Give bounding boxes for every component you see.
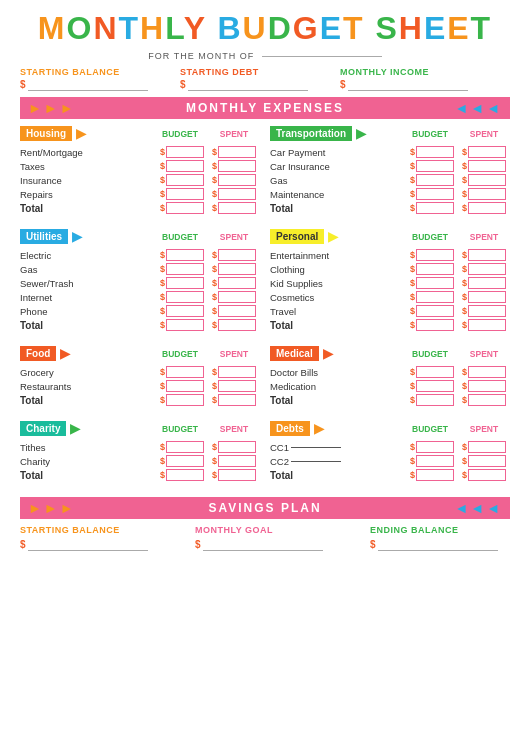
- budget-input[interactable]: [166, 174, 204, 186]
- spent-input[interactable]: [218, 455, 256, 467]
- budget-input[interactable]: [416, 146, 454, 158]
- savings-goal-field[interactable]: [203, 537, 323, 551]
- spent-input[interactable]: [468, 174, 506, 186]
- spent-input[interactable]: [218, 263, 256, 275]
- table-row: Gas$$: [20, 263, 260, 275]
- budget-input[interactable]: [416, 160, 454, 172]
- income-dollar: $: [340, 79, 346, 90]
- starting-debt-field[interactable]: [188, 77, 308, 91]
- spent-input[interactable]: [468, 469, 506, 481]
- spent-input[interactable]: [218, 146, 256, 158]
- table-row: Entertainment$$: [270, 249, 510, 261]
- spent-input[interactable]: [468, 394, 506, 406]
- spent-input[interactable]: [468, 319, 506, 331]
- spent-input[interactable]: [218, 277, 256, 289]
- budget-input[interactable]: [166, 455, 204, 467]
- spent-input[interactable]: [468, 202, 506, 214]
- budget-input[interactable]: [166, 366, 204, 378]
- starting-balance-field[interactable]: [28, 77, 148, 91]
- budget-input[interactable]: [416, 202, 454, 214]
- row-label-sewer/trash: Sewer/Trash: [20, 278, 156, 289]
- table-row: Total$$: [20, 469, 260, 481]
- savings-starting-field[interactable]: [28, 537, 148, 551]
- budget-input[interactable]: [166, 188, 204, 200]
- budget-input[interactable]: [416, 380, 454, 392]
- budget-input[interactable]: [416, 277, 454, 289]
- budget-input[interactable]: [416, 188, 454, 200]
- budget-input[interactable]: [416, 319, 454, 331]
- row-label-repairs: Repairs: [20, 189, 156, 200]
- spent-input[interactable]: [468, 291, 506, 303]
- budget-input[interactable]: [416, 469, 454, 481]
- budget-input[interactable]: [166, 249, 204, 261]
- spent-col-header: Spent: [208, 349, 260, 359]
- spent-input[interactable]: [468, 305, 506, 317]
- budget-input[interactable]: [416, 305, 454, 317]
- budget-input[interactable]: [166, 202, 204, 214]
- budget-input[interactable]: [166, 469, 204, 481]
- budget-cell: $: [156, 441, 208, 453]
- page-title: MONTHLY BUDGET SHEET: [20, 10, 510, 47]
- spent-input[interactable]: [468, 366, 506, 378]
- spent-cell: $: [458, 305, 510, 317]
- spent-input[interactable]: [218, 319, 256, 331]
- budget-input[interactable]: [166, 160, 204, 172]
- budget-input[interactable]: [166, 394, 204, 406]
- spent-cell: $: [458, 263, 510, 275]
- spent-input[interactable]: [468, 188, 506, 200]
- spent-input[interactable]: [468, 146, 506, 158]
- savings-starting: Starting Balance$: [20, 525, 160, 551]
- budget-cell: $: [156, 455, 208, 467]
- row-label-tithes: Tithes: [20, 442, 156, 453]
- budget-cell: $: [406, 202, 458, 214]
- budget-input[interactable]: [166, 441, 204, 453]
- spent-input[interactable]: [468, 455, 506, 467]
- budget-input[interactable]: [416, 394, 454, 406]
- monthly-income-field[interactable]: [348, 77, 468, 91]
- spent-cell: $: [208, 249, 260, 261]
- spent-input[interactable]: [218, 160, 256, 172]
- spent-input[interactable]: [218, 380, 256, 392]
- budget-input[interactable]: [166, 263, 204, 275]
- spent-input[interactable]: [218, 188, 256, 200]
- budget-input[interactable]: [166, 305, 204, 317]
- budget-input[interactable]: [416, 455, 454, 467]
- budget-col-header: Budget: [404, 349, 456, 359]
- spent-input[interactable]: [218, 394, 256, 406]
- budget-input[interactable]: [416, 441, 454, 453]
- spent-input[interactable]: [218, 441, 256, 453]
- table-row: Car Insurance$$: [270, 160, 510, 172]
- spent-input[interactable]: [468, 263, 506, 275]
- section-medical: Medical▶BudgetSpentDoctor Bills$$Medicat…: [270, 345, 510, 408]
- row-label-gas: Gas: [20, 264, 156, 275]
- spent-input[interactable]: [468, 277, 506, 289]
- budget-cell: $: [156, 188, 208, 200]
- budget-input[interactable]: [416, 291, 454, 303]
- budget-input[interactable]: [166, 291, 204, 303]
- savings-ending-field[interactable]: [378, 537, 498, 551]
- budget-input[interactable]: [416, 263, 454, 275]
- spent-input[interactable]: [468, 380, 506, 392]
- budget-input[interactable]: [166, 319, 204, 331]
- spent-input[interactable]: [468, 160, 506, 172]
- budget-input[interactable]: [416, 366, 454, 378]
- spent-input[interactable]: [218, 174, 256, 186]
- budget-input[interactable]: [166, 277, 204, 289]
- spent-cell: $: [458, 441, 510, 453]
- row-label-gas: Gas: [270, 175, 406, 186]
- spent-input[interactable]: [218, 305, 256, 317]
- spent-input[interactable]: [468, 249, 506, 261]
- spent-input[interactable]: [218, 249, 256, 261]
- table-row: Gas$$: [270, 174, 510, 186]
- budget-input[interactable]: [166, 146, 204, 158]
- spent-input[interactable]: [218, 291, 256, 303]
- spent-input[interactable]: [218, 366, 256, 378]
- table-row: Total$$: [270, 394, 510, 406]
- spent-input[interactable]: [218, 202, 256, 214]
- budget-input[interactable]: [416, 249, 454, 261]
- budget-input[interactable]: [166, 380, 204, 392]
- cat-label-utilities: Utilities: [20, 229, 68, 244]
- spent-input[interactable]: [218, 469, 256, 481]
- budget-input[interactable]: [416, 174, 454, 186]
- spent-input[interactable]: [468, 441, 506, 453]
